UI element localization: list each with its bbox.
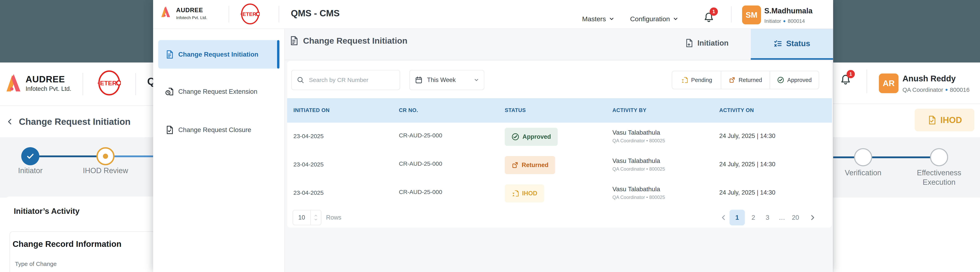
- sidebar-item-label: Change Request Closure: [178, 126, 251, 134]
- brand-name: AUDREE: [25, 74, 65, 84]
- filter-pending[interactable]: Pending: [672, 71, 721, 89]
- filter-approved-label: Approved: [788, 77, 812, 83]
- date-filter-dropdown[interactable]: This Week: [409, 70, 484, 90]
- brand-name: AUDREE: [176, 7, 203, 14]
- divider: [278, 6, 279, 22]
- menu-masters-label: Masters: [582, 15, 606, 23]
- page-ellipsis: …: [779, 214, 785, 221]
- notifications-button[interactable]: 1: [703, 11, 714, 23]
- status-filter-group: Pending Returned Approved: [672, 71, 819, 89]
- sidebar-item-change-request-initiation[interactable]: Change Request Initiation: [158, 40, 279, 69]
- page-next-icon[interactable]: [809, 214, 816, 221]
- tab-initiation-label: Initiation: [697, 39, 729, 47]
- col-cr-no: CR NO.: [399, 107, 418, 114]
- rows-label: Rows: [326, 214, 341, 221]
- status-badge-label: Returned: [522, 161, 549, 169]
- filter-approved[interactable]: Approved: [770, 71, 819, 89]
- page-1-button[interactable]: 1: [730, 210, 745, 225]
- rows-per-page-stepper: 10: [293, 210, 321, 225]
- filter-returned[interactable]: Returned: [721, 71, 770, 89]
- tab-status[interactable]: Status: [751, 29, 833, 60]
- audree-logo-icon: [161, 4, 170, 19]
- stepper-band: Initiator IHOD Review: [0, 137, 153, 198]
- rows-per-page-value[interactable]: 10: [293, 210, 311, 225]
- audree-logo-icon: [5, 73, 21, 92]
- status-badge-approved: Approved: [505, 128, 558, 146]
- table-row[interactable]: 23-04-2025 CR-AUD-25-000 Returned Vasu T…: [287, 151, 832, 179]
- page-title: Change Request Initiation: [19, 116, 130, 127]
- col-activity-on: ACTIVITY ON: [719, 107, 754, 114]
- pagination-row: 10 Rows 1 2 3 … 20: [287, 207, 832, 228]
- partial-app-title: Q: [147, 76, 153, 87]
- page-3-button[interactable]: 3: [766, 214, 769, 221]
- back-chevron-icon[interactable]: [6, 118, 14, 126]
- user-subtitle: QA Coordinator 800016: [902, 87, 970, 93]
- backdrop-band: [833, 0, 980, 63]
- step-verification-circle[interactable]: [854, 148, 872, 166]
- content-title-row: Change Request Initiation: [289, 36, 407, 46]
- user-name: S.Madhumala: [764, 7, 813, 15]
- cell-initiated-on: 23-04-2025: [293, 133, 323, 139]
- pending-hourglass-icon: [681, 76, 688, 84]
- cell-cr-no: CR-AUD-25-000: [399, 189, 442, 195]
- table-row[interactable]: 23-04-2025 CR-AUD-25-000 Approved Vasu T…: [287, 123, 832, 151]
- col-initiated-on: INITIATED ON: [293, 107, 329, 114]
- tab-initiation[interactable]: Initiation: [684, 38, 729, 47]
- step-effectiveness-circle[interactable]: [930, 148, 948, 166]
- avatar[interactable]: AR: [879, 73, 899, 93]
- avatar[interactable]: SM: [742, 5, 761, 24]
- background-window-right: 1 AR Anush Reddy QA Coordinator 800016 I…: [833, 0, 980, 272]
- cell-activity-by: Vasu Talabathula: [612, 157, 660, 164]
- calendar-icon: [415, 76, 423, 84]
- cell-initiated-on: 23-04-2025: [293, 161, 323, 168]
- chevron-up-icon[interactable]: [314, 213, 318, 218]
- sidebar-item-change-request-extension[interactable]: Change Request Extension: [158, 77, 279, 106]
- notifications-button[interactable]: 1: [840, 73, 851, 86]
- chevron-down-icon: [609, 16, 614, 22]
- divider: [229, 6, 229, 22]
- approved-check-icon: [777, 76, 784, 84]
- current-step-dot: [103, 154, 108, 159]
- pending-hourglass-icon: [511, 190, 519, 197]
- stepper-line: [833, 157, 930, 158]
- step-initiator-circle[interactable]: [21, 147, 39, 165]
- page-20-button[interactable]: 20: [792, 214, 799, 221]
- search-box: [291, 70, 400, 90]
- sidebar-item-change-request-closure[interactable]: Change Request Closure: [158, 115, 279, 144]
- search-input[interactable]: [309, 76, 392, 84]
- hetero-logo: [98, 70, 121, 96]
- doc-check-icon: [165, 125, 174, 134]
- rows-stepper-arrows[interactable]: [311, 210, 321, 225]
- table-row[interactable]: 23-04-2025 CR-AUD-25-000 IHOD Vasu Talab…: [287, 179, 832, 207]
- notification-badge: 1: [710, 8, 718, 16]
- ihod-button[interactable]: IHOD: [915, 109, 974, 131]
- background-window-left: AUDREE Infotech Pvt. Ltd. Q Change Reque…: [0, 0, 153, 272]
- menu-configuration[interactable]: Configuration: [630, 14, 679, 24]
- status-list-card: This Week Pending Returned Approved INIT…: [287, 61, 832, 228]
- cell-activity-by-role: QA Coordinator • 800025: [612, 166, 665, 172]
- app-title: QMS - CMS: [291, 8, 340, 19]
- chevron-down-icon[interactable]: [314, 218, 318, 221]
- left-app-header: AUDREE Infotech Pvt. Ltd. Q: [0, 63, 153, 106]
- sidebar-item-label: Change Request Extension: [178, 88, 258, 95]
- ihod-button-label: IHOD: [940, 115, 962, 125]
- step-label-effectiveness-execution: Effectiveness Execution: [907, 168, 972, 187]
- divider: [83, 73, 83, 95]
- doc-lines-icon: [289, 36, 299, 46]
- page-prev-icon[interactable]: [720, 214, 727, 221]
- dot-separator: [945, 89, 948, 91]
- step-label-verification: Verification: [835, 168, 891, 178]
- brand-subtitle: Infotech Pvt. Ltd.: [25, 85, 72, 92]
- step-ihod-review-circle[interactable]: [96, 147, 115, 165]
- status-badge-label: Approved: [522, 133, 551, 140]
- cell-activity-on: 24 July, 2025 | 14:30: [719, 189, 775, 196]
- main-window: AUDREE Infotech Pvt. Ltd. QMS - CMS Mast…: [153, 0, 833, 272]
- returned-arrow-icon: [729, 77, 735, 83]
- card-title: Change Record Information: [13, 239, 121, 249]
- cell-activity-by: Vasu Talabathula: [612, 185, 660, 193]
- col-status: STATUS: [505, 107, 526, 114]
- user-name: Anush Reddy: [902, 74, 956, 83]
- status-badge-ihod: IHOD: [505, 184, 544, 202]
- menu-masters[interactable]: Masters: [582, 14, 614, 24]
- page-2-button[interactable]: 2: [751, 214, 755, 221]
